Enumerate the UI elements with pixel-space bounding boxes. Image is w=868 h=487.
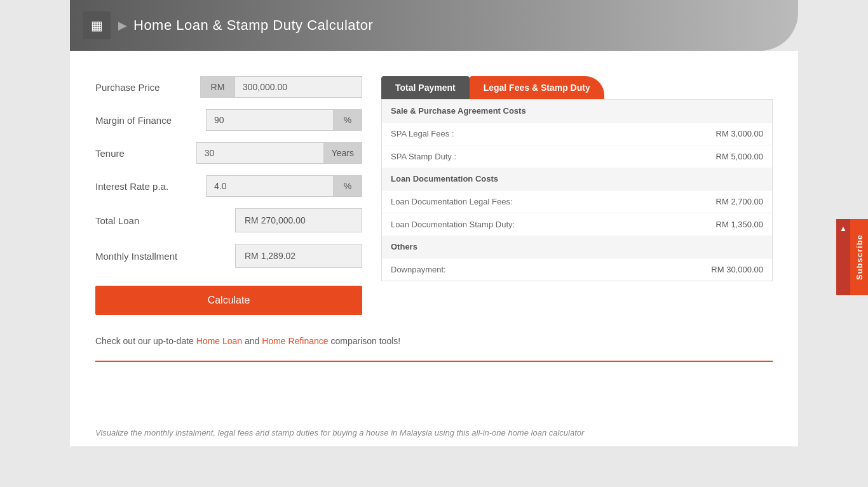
purchase-price-row: Purchase Price RM xyxy=(95,76,362,98)
left-panel: Purchase Price RM Margin of Finance % Te… xyxy=(95,76,362,315)
results-table: Sale & Purchase Agreement Costs SPA Lega… xyxy=(381,99,773,281)
monthly-row: Monthly Installment RM 1,289.02 xyxy=(95,244,362,268)
loan-stamp-value: RM 1,350.00 xyxy=(716,220,763,229)
purchase-price-input-group: RM xyxy=(200,76,362,98)
monthly-label: Monthly Installment xyxy=(95,251,235,262)
margin-input-group: % xyxy=(206,109,362,131)
spa-stamp-label: SPA Stamp Duty : xyxy=(391,152,456,161)
subscribe-arrow-icon: ▲ xyxy=(836,219,850,295)
total-loan-row: Total Loan RM 270,000.00 xyxy=(95,208,362,232)
downpayment-row: Downpayment: RM 30,000.00 xyxy=(382,258,772,281)
interest-input-group: % xyxy=(206,175,362,197)
tab-legal-fees[interactable]: Legal Fees & Stamp Duty xyxy=(470,76,604,99)
content-layout: Purchase Price RM Margin of Finance % Te… xyxy=(95,76,773,315)
purchase-price-label: Purchase Price xyxy=(95,82,200,93)
home-refinance-link[interactable]: Home Refinance xyxy=(262,336,328,346)
header-arrow-icon: ▶ xyxy=(118,18,127,32)
calculator-icon: ▦ xyxy=(83,11,111,39)
others-section-header: Others xyxy=(382,236,772,258)
margin-label: Margin of Finance xyxy=(95,115,206,126)
subscribe-wrapper: ▲ Subscribe xyxy=(836,219,868,295)
bottom-text-after: comparison tools! xyxy=(330,336,400,346)
interest-suffix: % xyxy=(334,175,362,197)
divider xyxy=(95,361,773,362)
right-panel: Total Payment Legal Fees & Stamp Duty Sa… xyxy=(381,76,773,315)
page-title: Home Loan & Stamp Duty Calculator xyxy=(133,17,373,34)
margin-row: Margin of Finance % xyxy=(95,109,362,131)
margin-suffix: % xyxy=(334,109,362,131)
spa-stamp-row: SPA Stamp Duty : RM 5,000.00 xyxy=(382,145,772,168)
spa-section-header: Sale & Purchase Agreement Costs xyxy=(382,100,772,122)
loan-legal-row: Loan Documentation Legal Fees: RM 2,700.… xyxy=(382,190,772,213)
bottom-text-middle: and xyxy=(245,336,262,346)
total-loan-label: Total Loan xyxy=(95,215,235,226)
tabs-container: Total Payment Legal Fees & Stamp Duty xyxy=(381,76,773,99)
home-loan-link[interactable]: Home Loan xyxy=(196,336,242,346)
loan-legal-value: RM 2,700.00 xyxy=(716,197,763,206)
loan-stamp-label: Loan Documentation Stamp Duty: xyxy=(391,220,515,229)
tenure-input-group: Years xyxy=(196,142,362,164)
tenure-row: Tenure Years xyxy=(95,142,362,164)
loan-legal-label: Loan Documentation Legal Fees: xyxy=(391,197,513,206)
spa-legal-value: RM 3,000.00 xyxy=(716,129,763,138)
tab-total-payment[interactable]: Total Payment xyxy=(381,76,470,99)
downpayment-label: Downpayment: xyxy=(391,265,446,274)
spa-legal-row: SPA Legal Fees : RM 3,000.00 xyxy=(382,122,772,145)
interest-input[interactable] xyxy=(206,175,334,197)
bottom-text-before: Check out our up-to-date xyxy=(95,336,196,346)
tenure-input[interactable] xyxy=(196,142,324,164)
loan-section-header: Loan Documentation Costs xyxy=(382,168,772,190)
main-container: Purchase Price RM Margin of Finance % Te… xyxy=(70,51,798,419)
subscribe-button[interactable]: Subscribe xyxy=(850,219,868,295)
spa-legal-label: SPA Legal Fees : xyxy=(391,129,454,138)
loan-stamp-row: Loan Documentation Stamp Duty: RM 1,350.… xyxy=(382,213,772,236)
header: ▦ ▶ Home Loan & Stamp Duty Calculator xyxy=(70,0,798,51)
monthly-value: RM 1,289.02 xyxy=(235,244,362,268)
purchase-price-input[interactable] xyxy=(235,76,362,98)
downpayment-value: RM 30,000.00 xyxy=(711,265,763,274)
interest-label: Interest Rate p.a. xyxy=(95,181,206,192)
tenure-suffix: Years xyxy=(324,142,362,164)
total-loan-value: RM 270,000.00 xyxy=(235,208,362,232)
bottom-text: Check out our up-to-date Home Loan and H… xyxy=(95,334,773,348)
footer-text: Visualize the monthly instalment, legal … xyxy=(95,428,584,437)
calculate-button[interactable]: Calculate xyxy=(95,286,362,315)
purchase-price-prefix: RM xyxy=(200,76,235,98)
margin-input[interactable] xyxy=(206,109,334,131)
footer: Visualize the monthly instalment, legal … xyxy=(70,419,798,446)
tenure-label: Tenure xyxy=(95,148,196,159)
interest-row: Interest Rate p.a. % xyxy=(95,175,362,197)
spa-stamp-value: RM 5,000.00 xyxy=(716,152,763,161)
